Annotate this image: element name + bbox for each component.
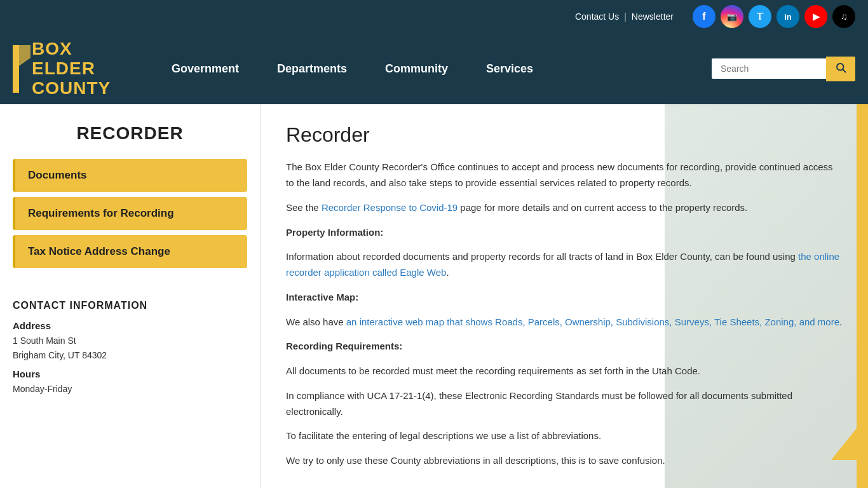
content-inner: Recorder The Box Elder County Recorder's… bbox=[286, 123, 843, 469]
sidebar-item-documents[interactable]: Documents bbox=[13, 159, 247, 192]
compliance-paragraph: In compliance with UCA 17-21-1(4), these… bbox=[286, 388, 843, 420]
covid-suffix: page for more details and on current acc… bbox=[458, 202, 747, 213]
property-suffix: . bbox=[446, 267, 449, 278]
contact-us-link[interactable]: Contact Us bbox=[575, 11, 619, 22]
top-bar: Contact Us | Newsletter f 📷 𝕋 in ▶ ♫ bbox=[0, 0, 868, 33]
covid-link[interactable]: Recorder Response to Covid-19 bbox=[322, 202, 458, 213]
contact-address-line1: 1 South Main St bbox=[13, 334, 247, 348]
contact-section: CONTACT INFORMATION Address 1 South Main… bbox=[13, 294, 247, 396]
covid-paragraph: See the Recorder Response to Covid-19 pa… bbox=[286, 200, 843, 216]
search-area bbox=[712, 57, 855, 81]
instagram-icon[interactable]: 📷 bbox=[721, 5, 743, 28]
youtube-icon[interactable]: ▶ bbox=[804, 5, 827, 28]
recording-heading: Recording Requirements: bbox=[286, 339, 843, 355]
separator: | bbox=[624, 11, 627, 22]
sidebar-item-tax-notice[interactable]: Tax Notice Address Change bbox=[13, 235, 247, 268]
search-icon bbox=[835, 62, 846, 73]
social-icons: f 📷 𝕋 in ▶ ♫ bbox=[693, 5, 855, 28]
map-heading: Interactive Map: bbox=[286, 290, 843, 306]
newsletter-link[interactable]: Newsletter bbox=[632, 11, 674, 22]
contact-hours-value: Monday-Friday bbox=[13, 382, 247, 396]
map-prefix: We also have bbox=[286, 316, 346, 327]
linkedin-icon[interactable]: in bbox=[776, 5, 799, 28]
search-button[interactable] bbox=[826, 57, 855, 81]
main-layout: RECORDER Documents Requirements for Reco… bbox=[0, 104, 868, 488]
yellow-accent bbox=[857, 104, 868, 488]
search-input[interactable] bbox=[712, 58, 826, 79]
svg-line-3 bbox=[843, 69, 845, 72]
logo-icon bbox=[13, 45, 32, 93]
interactive-map-link[interactable]: an interactive web map that shows Roads,… bbox=[346, 316, 839, 327]
covid-prefix: See the bbox=[286, 202, 322, 213]
nav-government[interactable]: Government bbox=[153, 44, 258, 93]
facebook-icon[interactable]: f bbox=[693, 5, 715, 28]
sidebar-item-requirements[interactable]: Requirements for Recording bbox=[13, 197, 247, 230]
nav-community[interactable]: Community bbox=[366, 44, 467, 93]
property-text: Information about recorded documents and… bbox=[286, 251, 798, 262]
main-content: Recorder The Box Elder County Recorder's… bbox=[261, 104, 868, 488]
header: BOX ELDER COUNTY Government Departments … bbox=[0, 33, 868, 104]
logo-text: BOX ELDER COUNTY bbox=[32, 39, 111, 98]
recording-paragraph: All documents to be recorded must meet t… bbox=[286, 363, 843, 379]
property-heading: Property Information: bbox=[286, 225, 843, 241]
nav-departments[interactable]: Departments bbox=[258, 44, 366, 93]
page-title: Recorder bbox=[286, 123, 843, 147]
contact-title: CONTACT INFORMATION bbox=[13, 300, 247, 311]
yellow-triangle bbox=[831, 428, 857, 460]
tiktok-icon[interactable]: ♫ bbox=[832, 5, 855, 28]
svg-marker-1 bbox=[13, 45, 31, 71]
sidebar-title: RECORDER bbox=[13, 123, 247, 144]
contact-address-line2: Brigham City, UT 84302 bbox=[13, 348, 247, 362]
map-paragraph: We also have an interactive web map that… bbox=[286, 315, 843, 330]
map-suffix: . bbox=[839, 316, 842, 327]
main-nav: Government Departments Community Service… bbox=[153, 44, 712, 93]
contact-address-label: Address bbox=[13, 320, 247, 331]
twitter-icon[interactable]: 𝕋 bbox=[749, 5, 771, 28]
abbrev-paragraph2: We try to only use these County abbrevia… bbox=[286, 453, 843, 469]
property-paragraph: Information about recorded documents and… bbox=[286, 249, 843, 281]
logo[interactable]: BOX ELDER COUNTY bbox=[13, 33, 153, 104]
top-bar-links: Contact Us | Newsletter bbox=[575, 11, 674, 22]
contact-hours-label: Hours bbox=[13, 369, 247, 379]
sidebar: RECORDER Documents Requirements for Reco… bbox=[0, 104, 261, 488]
nav-services[interactable]: Services bbox=[467, 44, 552, 93]
abbrev-paragraph1: To facilitate the entering of legal desc… bbox=[286, 428, 843, 444]
intro-paragraph: The Box Elder County Recorder's Office c… bbox=[286, 159, 843, 191]
